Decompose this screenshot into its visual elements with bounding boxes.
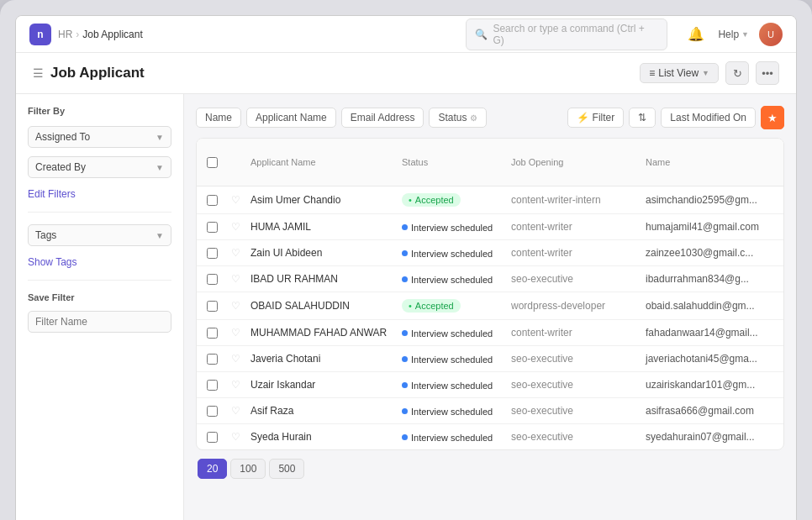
row-heart-cell[interactable]: ♡ <box>227 401 244 421</box>
filter-button[interactable]: ⚡ Filter <box>567 108 625 128</box>
row-heart-cell[interactable]: ♡ <box>227 375 244 395</box>
row-checkbox[interactable] <box>207 354 218 365</box>
row-applicant-name[interactable]: OBAID SALAHUDDIN <box>244 296 395 316</box>
sort-button[interactable]: ⇅ <box>629 108 656 128</box>
row-heart-cell[interactable]: ♡ <box>227 296 244 316</box>
show-tags-link[interactable]: Show Tags <box>28 256 171 268</box>
help-chevron-icon: ▼ <box>741 30 749 39</box>
edit-filters-link[interactable]: Edit Filters <box>28 188 171 200</box>
select-all-checkbox[interactable] <box>207 157 218 168</box>
row-heart-cell[interactable]: ♡ <box>227 243 244 263</box>
refresh-button[interactable]: ↻ <box>725 61 749 85</box>
row-checkbox-cell <box>197 218 227 237</box>
applicants-table: Applicant Name Status Job Opening Name 1… <box>196 138 784 450</box>
page-size-500[interactable]: 500 <box>269 459 304 479</box>
row-checkbox[interactable] <box>207 274 218 285</box>
table-row[interactable]: ♡ Zain UI Abideen Interview scheduled co… <box>197 240 783 266</box>
breadcrumb-current: Job Applicant <box>82 29 142 40</box>
row-email: syedahurain07@gmail... <box>639 427 784 447</box>
search-placeholder-text: Search or type a command (Ctrl + G) <box>493 23 658 46</box>
row-checkbox-cell <box>197 402 227 421</box>
row-job-opening: seo-executive <box>504 375 639 395</box>
row-heart-cell[interactable]: ♡ <box>227 427 244 447</box>
page-size-20[interactable]: 20 <box>198 459 227 479</box>
status-dot <box>402 382 408 388</box>
row-checkbox[interactable] <box>207 222 218 233</box>
row-heart-cell[interactable]: ♡ <box>227 217 244 237</box>
row-applicant-name[interactable]: Asif Raza <box>244 401 395 421</box>
row-checkbox[interactable] <box>207 195 218 206</box>
status-badge: Interview scheduled <box>402 381 493 391</box>
applicant-name-column-btn[interactable]: Applicant Name <box>246 108 336 128</box>
row-applicant-name[interactable]: Syeda Hurain <box>244 427 395 447</box>
assigned-to-label: Assigned To <box>35 131 90 143</box>
row-checkbox[interactable] <box>207 248 218 259</box>
help-menu[interactable]: Help ▼ <box>718 29 749 40</box>
header-applicant-name: Applicant Name <box>244 154 395 171</box>
row-checkbox[interactable] <box>207 301 218 312</box>
last-modified-button[interactable]: Last Modified On <box>661 108 756 128</box>
filter-name-input[interactable] <box>28 311 171 333</box>
name-col-label: Name <box>205 112 232 123</box>
row-status: Interview scheduled <box>395 243 504 263</box>
row-applicant-name[interactable]: Javeria Chotani <box>244 349 395 369</box>
row-checkbox-cell <box>197 191 227 210</box>
row-checkbox[interactable] <box>207 328 218 339</box>
status-badge: Interview scheduled <box>402 275 493 285</box>
table-toolbar: Name Applicant Name Email Address Status… <box>196 106 784 129</box>
header-status: Status <box>395 154 504 171</box>
table-body: ♡ Asim Umer Chandio Accepted content-wri… <box>197 186 783 449</box>
status-badge: Interview scheduled <box>402 328 493 339</box>
global-search[interactable]: 🔍 Search or type a command (Ctrl + G) <box>466 18 667 50</box>
row-heart-cell[interactable]: ♡ <box>227 349 244 369</box>
list-view-button[interactable]: ≡ List View ▼ <box>640 63 719 83</box>
row-checkbox[interactable] <box>207 432 218 443</box>
row-applicant-name[interactable]: Uzair Iskandar <box>244 375 395 395</box>
email-column-btn[interactable]: Email Address <box>341 108 424 128</box>
notifications-bell[interactable]: 🔔 <box>684 23 708 46</box>
table-row[interactable]: ♡ HUMA JAMIL Interview scheduled content… <box>197 214 783 240</box>
name-column-btn[interactable]: Name <box>196 108 241 128</box>
row-status: Interview scheduled <box>395 349 504 369</box>
assigned-to-filter[interactable]: Assigned To ▼ <box>28 126 171 148</box>
more-options-button[interactable]: ••• <box>756 61 779 85</box>
sidebar-divider2 <box>28 280 171 281</box>
header-email: Name <box>639 154 784 171</box>
breadcrumb-hr[interactable]: HR <box>58 29 72 40</box>
row-applicant-name[interactable]: Asim Umer Chandio <box>244 190 395 210</box>
row-checkbox-cell <box>197 428 227 447</box>
status-column-btn[interactable]: Status ⚙ <box>429 108 487 128</box>
assigned-to-chevron: ▼ <box>156 133 164 142</box>
table-row[interactable]: ♡ OBAID SALAHUDDIN Accepted wordpress-de… <box>197 292 783 320</box>
page-size-100[interactable]: 100 <box>230 459 266 479</box>
row-heart-cell[interactable]: ♡ <box>227 269 244 289</box>
status-badge: Accepted <box>402 299 461 313</box>
row-applicant-name[interactable]: HUMA JAMIL <box>244 217 395 237</box>
table-row[interactable]: ♡ Uzair Iskandar Interview scheduled seo… <box>197 372 783 398</box>
app-logo[interactable]: n <box>29 24 51 45</box>
orange-action-button[interactable]: ★ <box>761 106 784 129</box>
created-by-filter[interactable]: Created By ▼ <box>28 156 171 178</box>
row-applicant-name[interactable]: IBAD UR RAHMAN <box>244 269 395 289</box>
table-row[interactable]: ♡ Asif Raza Interview scheduled seo-exec… <box>197 398 783 424</box>
row-applicant-name[interactable]: Zain UI Abideen <box>244 243 395 263</box>
row-status: Interview scheduled <box>395 217 504 237</box>
tags-filter[interactable]: Tags ▼ <box>28 224 171 246</box>
table-row[interactable]: ♡ Javeria Chotani Interview scheduled se… <box>197 346 783 372</box>
sidebar-toggle-icon[interactable]: ☰ <box>33 66 44 80</box>
table-row[interactable]: ♡ Asim Umer Chandio Accepted content-wri… <box>197 186 783 214</box>
row-checkbox[interactable] <box>207 406 218 417</box>
user-avatar[interactable]: U <box>759 23 783 46</box>
row-heart-cell[interactable]: ♡ <box>227 323 244 343</box>
row-status: Accepted <box>395 295 504 317</box>
table-row[interactable]: ♡ Syeda Hurain Interview scheduled seo-e… <box>197 424 783 449</box>
table-row[interactable]: ♡ IBAD UR RAHMAN Interview scheduled seo… <box>197 266 783 292</box>
row-checkbox[interactable] <box>207 380 218 391</box>
row-job-opening: seo-executive <box>504 269 639 289</box>
row-checkbox-cell <box>197 323 227 343</box>
row-applicant-name[interactable]: MUHAMMAD FAHAD ANWAR <box>244 323 395 343</box>
row-heart-cell[interactable]: ♡ <box>227 190 244 210</box>
row-job-opening: content-writer-intern <box>504 190 639 210</box>
row-status: Interview scheduled <box>395 401 504 421</box>
table-row[interactable]: ♡ MUHAMMAD FAHAD ANWAR Interview schedul… <box>197 320 783 346</box>
